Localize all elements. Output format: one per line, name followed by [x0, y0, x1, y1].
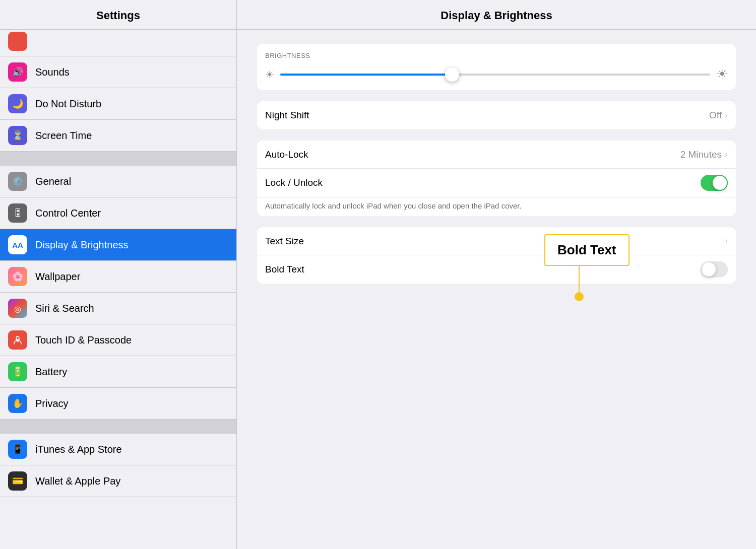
sidebar: Settings 🔊 Sounds 🌙 Do Not Disturb ⏳ Scr… [0, 0, 237, 549]
siri-icon: ◎ [8, 299, 27, 318]
tooltip-dot [575, 292, 584, 301]
text-size-chevron: › [725, 236, 728, 246]
main-body: BRIGHTNESS ☀ ☀ Night Shift Off › [237, 30, 756, 549]
night-shift-chevron: › [725, 110, 728, 121]
brightness-section: BRIGHTNESS ☀ ☀ [257, 44, 736, 90]
main-header: Display & Brightness [237, 0, 756, 30]
tooltip-text: Bold Text [557, 242, 616, 257]
sounds-label: Sounds [35, 66, 70, 78]
auto-lock-value: 2 Minutes [680, 149, 722, 160]
bold-text-row: Bold Text [257, 255, 736, 284]
sidebar-item-general[interactable]: ⚙️ General [0, 166, 236, 197]
brightness-thumb[interactable] [445, 67, 459, 82]
auto-lock-row[interactable]: Auto-Lock 2 Minutes › [257, 141, 736, 169]
general-label: General [35, 176, 71, 187]
control-center-icon: 🎛 [8, 203, 27, 223]
brightness-slider-row: ☀ ☀ [265, 66, 728, 82]
sidebar-separator-2 [0, 420, 236, 434]
wallpaper-icon: 🌸 [8, 267, 27, 286]
brightness-slider-container[interactable] [280, 67, 710, 82]
partial-icon [8, 32, 27, 51]
sidebar-item-battery[interactable]: 🔋 Battery [0, 356, 236, 388]
svg-point-2 [16, 336, 19, 339]
auto-lock-chevron: › [725, 149, 728, 160]
sidebar-item-do-not-disturb[interactable]: 🌙 Do Not Disturb [0, 88, 236, 120]
sun-small-icon: ☀ [265, 68, 274, 81]
night-shift-row[interactable]: Night Shift Off › [257, 101, 736, 129]
brightness-track [280, 74, 710, 76]
lock-unlock-label: Lock / Unlock [265, 177, 701, 188]
sidebar-item-control-center[interactable]: 🎛 Control Center [0, 197, 236, 229]
privacy-label: Privacy [35, 398, 69, 409]
do-not-disturb-icon: 🌙 [8, 94, 27, 113]
wallet-label: Wallet & Apple Pay [35, 475, 120, 487]
itunes-icon: 📱 [8, 440, 27, 459]
screen-time-label: Screen Time [35, 130, 92, 142]
bold-text-knob [702, 262, 716, 277]
bold-text-toggle[interactable] [701, 261, 728, 278]
tooltip-line [579, 266, 580, 295]
sidebar-list: 🔊 Sounds 🌙 Do Not Disturb ⏳ Screen Time … [0, 30, 236, 549]
sounds-icon: 🔊 [8, 62, 27, 82]
screen-time-icon: ⏳ [8, 126, 27, 145]
sidebar-item-siri[interactable]: ◎ Siri & Search [0, 293, 236, 324]
general-icon: ⚙️ [8, 172, 27, 191]
sidebar-item-partial[interactable] [0, 30, 236, 56]
sidebar-item-wallpaper[interactable]: 🌸 Wallpaper [0, 261, 236, 293]
battery-label: Battery [35, 366, 67, 378]
text-card: Text Size › Bold Text [257, 227, 736, 284]
svg-text:◎: ◎ [14, 305, 21, 313]
night-shift-card: Night Shift Off › [257, 101, 736, 129]
wallpaper-label: Wallpaper [35, 271, 80, 283]
sidebar-title: Settings [10, 9, 226, 22]
night-shift-label: Night Shift [265, 110, 709, 121]
itunes-label: iTunes & App Store [35, 444, 122, 455]
main-title: Display & Brightness [249, 9, 744, 22]
sidebar-item-sounds[interactable]: 🔊 Sounds [0, 56, 236, 88]
tooltip-container: Bold Text [544, 234, 629, 266]
lock-card: Auto-Lock 2 Minutes › Lock / Unlock Auto… [257, 141, 736, 216]
siri-label: Siri & Search [35, 303, 94, 314]
text-size-label: Text Size [265, 236, 725, 247]
touch-id-label: Touch ID & Passcode [35, 334, 132, 346]
sidebar-item-itunes[interactable]: 📱 iTunes & App Store [0, 434, 236, 465]
control-center-label: Control Center [35, 208, 101, 219]
sidebar-item-wallet[interactable]: 💳 Wallet & Apple Pay [0, 465, 236, 497]
brightness-label: BRIGHTNESS [265, 52, 728, 59]
main-content: Display & Brightness BRIGHTNESS ☀ ☀ Nigh… [237, 0, 756, 549]
bold-text-label: Bold Text [265, 264, 701, 275]
sidebar-header: Settings [0, 0, 236, 30]
battery-icon: 🔋 [8, 362, 27, 381]
do-not-disturb-label: Do Not Disturb [35, 98, 101, 110]
touch-id-icon [8, 330, 27, 350]
text-size-row[interactable]: Text Size › [257, 227, 736, 255]
sidebar-item-touch-id[interactable]: Touch ID & Passcode [0, 324, 236, 356]
lock-unlock-knob [713, 176, 727, 190]
sun-large-icon: ☀ [716, 66, 728, 82]
night-shift-value: Off [709, 110, 722, 121]
tooltip-box: Bold Text [544, 234, 629, 266]
sidebar-item-display-brightness[interactable]: AA Display & Brightness [0, 229, 236, 261]
sidebar-separator-1 [0, 152, 236, 166]
wallet-icon: 💳 [8, 471, 27, 491]
privacy-icon: ✋ [8, 394, 27, 413]
lock-description: Automatically lock and unlock iPad when … [257, 197, 736, 216]
brightness-fill [280, 74, 452, 76]
auto-lock-label: Auto-Lock [265, 149, 680, 160]
lock-unlock-toggle[interactable] [701, 175, 728, 191]
sidebar-item-screen-time[interactable]: ⏳ Screen Time [0, 120, 236, 152]
display-brightness-icon: AA [8, 235, 27, 254]
sidebar-item-privacy[interactable]: ✋ Privacy [0, 388, 236, 420]
lock-unlock-row: Lock / Unlock [257, 169, 736, 197]
display-brightness-label: Display & Brightness [35, 239, 129, 251]
